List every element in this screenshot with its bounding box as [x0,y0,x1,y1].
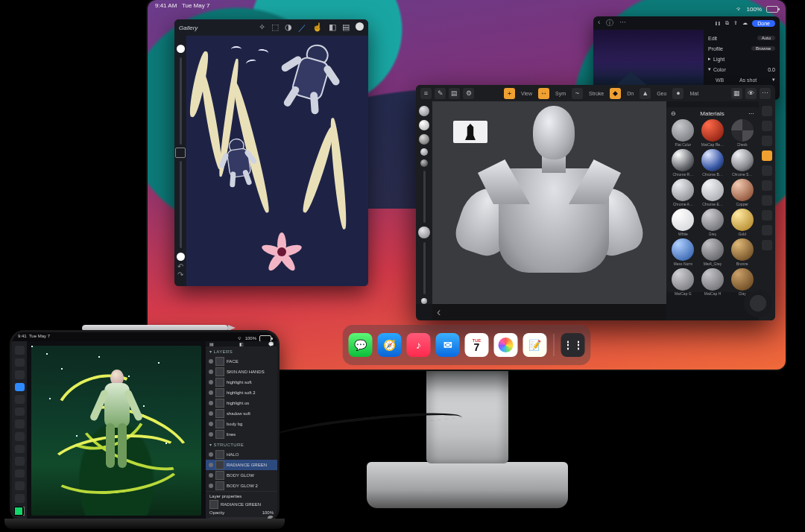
magic-wand-icon[interactable]: ✧ [259,22,265,34]
layer-thumbnail[interactable] [215,419,224,428]
dynamesh-button[interactable]: ◆ [610,88,621,99]
sculpt-tool-icon[interactable] [762,210,772,221]
layer-name[interactable]: highlight soft 2 [227,390,274,395]
sculpt-tool-icon[interactable] [762,151,772,161]
layer-thumbnail[interactable] [215,357,224,366]
visibility-toggle-icon[interactable] [209,411,213,416]
top-label[interactable]: View [518,91,535,96]
chevron-down-icon[interactable]: ▾ [209,349,212,354]
dock-app-launchpad[interactable]: ⋮⋮ [561,333,585,357]
sculpt-tool-icon[interactable] [762,106,772,116]
lasso-tool-icon[interactable] [15,370,25,379]
undo-icon[interactable]: ↶ [177,262,183,270]
layer-row[interactable]: body bg [206,419,277,429]
visibility-toggle-icon[interactable] [209,484,213,488]
material-ball[interactable] [672,209,694,231]
layer-row[interactable]: BODY GLOW 2 [206,481,277,491]
auto-button[interactable]: Auto [757,36,775,40]
brush-orb[interactable] [419,106,429,116]
layer-name[interactable]: FACE [227,359,274,364]
visibility-toggle-icon[interactable] [209,422,213,426]
brush-orb[interactable] [421,298,427,304]
brush-orb[interactable] [419,134,429,145]
sculpt-model[interactable] [467,106,631,314]
dock-app-mail[interactable]: ✉ [436,333,460,357]
clone-tool-icon[interactable] [15,419,25,428]
adjust-icon[interactable]: ◑ [285,22,292,34]
layer-name[interactable]: RADIANCE GREEN [227,463,274,467]
material-ball[interactable] [701,149,724,171]
layer-thumbnail[interactable] [215,378,224,387]
material-swatch[interactable]: Flat Color [669,119,697,147]
settings-menu-icon[interactable]: ⚙ [463,88,474,99]
material-ball[interactable] [672,119,694,142]
material-swatch[interactable]: Chrome A… [669,179,697,206]
material-ball[interactable] [701,119,724,142]
redo-icon[interactable]: ↷ [177,270,183,279]
visibility-toggle-icon[interactable] [209,432,213,437]
close-icon[interactable]: ⊖ [671,110,676,117]
visibility-toggle-icon[interactable] [209,380,213,384]
layer-name[interactable]: lines [227,432,274,437]
layer-thumbnail[interactable] [215,409,224,418]
visibility-toggle-icon[interactable] [209,463,213,467]
stroke-button[interactable]: ~ [572,88,583,99]
dock-app-messages[interactable]: 💬 [349,333,373,357]
crop-tool-icon[interactable] [15,432,25,441]
browse-button[interactable]: Browse [751,46,775,51]
layer-name[interactable]: HALO [227,452,274,457]
brush-orb[interactable] [420,148,428,156]
brush-preview[interactable] [418,227,430,238]
material-ball[interactable] [672,268,694,291]
material-swatch[interactable]: Bronze [728,238,756,266]
heal-tool-icon[interactable] [15,481,25,490]
layer-thumbnail[interactable] [215,399,224,408]
material-swatch[interactable]: MatCap Re… [699,119,727,147]
materials-panel[interactable]: ⊖ Materials ⋯ Flat ColorMatCap Re…CheckC… [666,107,759,292]
done-button[interactable]: Done [752,20,775,27]
sculpt-tool-icon[interactable] [762,165,772,176]
top-label[interactable]: Dn [624,91,637,96]
sculpt-material-tray[interactable]: ‹ [432,304,666,320]
sculpt-tool-icon[interactable] [762,121,772,131]
layer-row[interactable]: FACE [206,356,277,367]
material-ball[interactable] [731,209,754,231]
top-label[interactable]: Mat [686,91,701,96]
back-icon[interactable]: ‹ [598,18,600,28]
fill-tool-icon[interactable] [15,408,25,417]
info-icon[interactable]: ⓘ [606,18,613,28]
material-ball[interactable] [672,238,694,261]
material-ball[interactable] [731,119,754,142]
layer-row[interactable]: highlight os [206,398,277,408]
material-swatch[interactable]: Mat4_Grey [699,238,727,266]
layer-name[interactable]: BODY GLOW 2 [227,484,274,488]
layer-thumbnail[interactable] [215,450,224,459]
dock-app-photos[interactable] [494,333,518,357]
material-swatch[interactable]: MatCap H [699,268,727,296]
transform-tool-icon[interactable] [15,358,25,367]
layers-tab-icon[interactable]: ▤ [209,341,214,346]
material-swatch[interactable]: Chrome B… [699,149,727,177]
visibility-toggle-icon[interactable] [209,401,213,405]
material-ball[interactable] [701,179,724,201]
dock-app-notes[interactable]: 📝 [523,333,547,357]
material-swatch[interactable]: Grey [699,209,727,236]
add-button[interactable]: ＋ [504,88,515,99]
layer-name[interactable]: highlight soft [227,380,274,384]
material-swatch[interactable]: Mess Norm [669,238,697,266]
photoshop-window[interactable]: ▤ ◧ 💬 ▾ LAYERS FACESKIN AND HANDShighlig… [12,341,277,520]
material-swatch[interactable]: Chrome R… [669,149,697,177]
eraser-tool-icon[interactable] [15,395,25,404]
layer-name[interactable]: body bg [227,422,274,426]
layer-row[interactable]: HALO [206,449,277,460]
modify-button[interactable] [175,148,186,158]
chevron-down-icon[interactable]: ▾ [772,77,775,83]
more-tool-icon[interactable] [15,494,25,503]
material-swatch[interactable]: Check [728,119,756,147]
chevron-down-icon[interactable]: ▾ [209,443,212,447]
material-swatch[interactable]: Clay [728,268,756,296]
sculpt-viewport[interactable] [432,101,666,304]
properties-tab-icon[interactable]: ◧ [239,341,244,346]
ps-canvas[interactable] [27,341,206,520]
light-section[interactable]: Light [711,57,775,62]
